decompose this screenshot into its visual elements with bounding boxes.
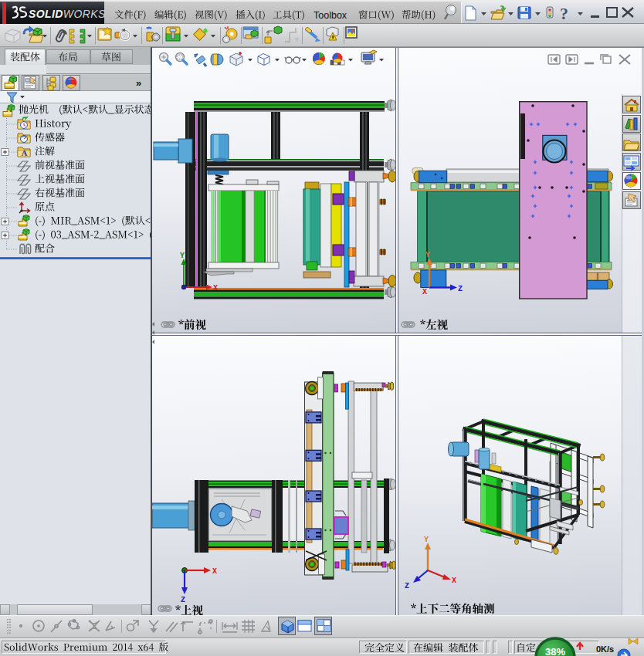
svg-text:»: » [136, 77, 141, 89]
svg-text:Toolbox: Toolbox [314, 10, 347, 21]
svg-text:38%: 38% [545, 646, 565, 656]
svg-text:A: A [22, 148, 28, 157]
svg-text:?: ? [560, 4, 568, 23]
svg-text:SOLIDWORKS: SOLIDWORKS [29, 8, 106, 20]
svg-text:0K/s: 0K/s [596, 644, 614, 654]
